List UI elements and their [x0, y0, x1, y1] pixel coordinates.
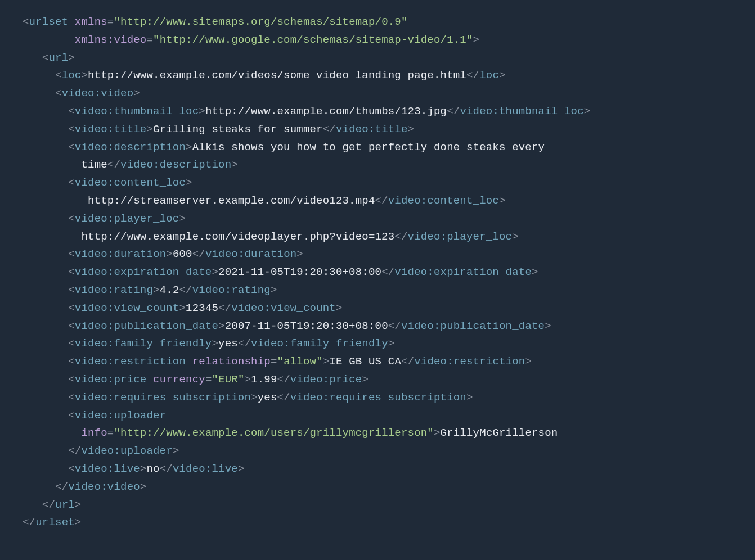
tag-restriction: video:restriction: [75, 355, 186, 368]
val-relationship: allow: [284, 355, 316, 368]
val-loc: http://www.example.com/videos/some_video…: [88, 69, 466, 82]
val-currency: EUR: [218, 373, 238, 386]
val-xmlns: http://www.sitemaps.org/schemas/sitemap/…: [120, 16, 401, 28]
val-live: no: [146, 463, 159, 475]
tag-urlset: urlset: [29, 16, 69, 28]
val-description-1: Alkis shows you how to get perfectly don…: [192, 141, 545, 153]
attr-currency: currency: [153, 373, 205, 386]
val-xmlns-video: http://www.google.com/schemas/sitemap-vi…: [160, 34, 466, 46]
val-family-friendly: yes: [218, 337, 238, 350]
attr-info: info: [81, 427, 107, 439]
val-uploader: GrillyMcGrillerson: [441, 427, 558, 439]
val-uploader-info: http://www.example.com/users/grillymcgri…: [120, 427, 427, 439]
tag-duration: video:duration: [75, 248, 166, 260]
val-restriction: IE GB US CA: [329, 355, 401, 368]
val-duration: 600: [173, 248, 192, 260]
tag-live: video:live: [75, 463, 140, 475]
tag-thumbnail-loc: video:thumbnail_loc: [75, 105, 199, 118]
tag-loc: loc: [62, 69, 82, 82]
tag-family-friendly: video:family_friendly: [75, 337, 212, 350]
val-price: 1.99: [251, 373, 277, 386]
attr-xmlns-video: xmlns:video: [75, 34, 147, 46]
tag-view-count: video:view_count: [75, 302, 179, 314]
val-publication-date: 2007-11-05T19:20:30+08:00: [225, 320, 388, 332]
tag-video-video: video:video: [62, 87, 134, 100]
tag-url: url: [48, 52, 68, 64]
val-rating: 4.2: [160, 284, 179, 296]
tag-video-description: video:description: [75, 141, 186, 153]
tag-price: video:price: [75, 373, 147, 386]
val-requires-subscription: yes: [258, 391, 277, 404]
val-thumbnail-loc: http://www.example.com/thumbs/123.jpg: [205, 105, 447, 118]
tag-uploader: video:uploader: [75, 409, 166, 422]
tag-rating: video:rating: [75, 284, 153, 296]
val-view-count: 12345: [186, 302, 218, 314]
xml-code-block: <urlset xmlns="http://www.sitemaps.org/s…: [0, 0, 755, 545]
val-description-2: time: [81, 159, 107, 171]
val-expiration-date: 2021-11-05T19:20:30+08:00: [218, 266, 381, 278]
val-title: Grilling steaks for summer: [153, 123, 323, 136]
val-content-loc: http://streamserver.example.com/video123…: [88, 195, 375, 207]
tag-content-loc: video:content_loc: [75, 177, 186, 189]
tag-player-loc: video:player_loc: [75, 213, 179, 225]
tag-publication-date: video:publication_date: [75, 320, 218, 332]
attr-xmlns: xmlns: [75, 16, 107, 28]
attr-relationship: relationship: [192, 355, 271, 368]
tag-requires-subscription: video:requires_subscription: [75, 391, 251, 404]
tag-expiration-date: video:expiration_date: [75, 266, 212, 278]
tag-video-title: video:title: [75, 123, 147, 136]
val-player-loc: http://www.example.com/videoplayer.php?v…: [81, 231, 394, 243]
